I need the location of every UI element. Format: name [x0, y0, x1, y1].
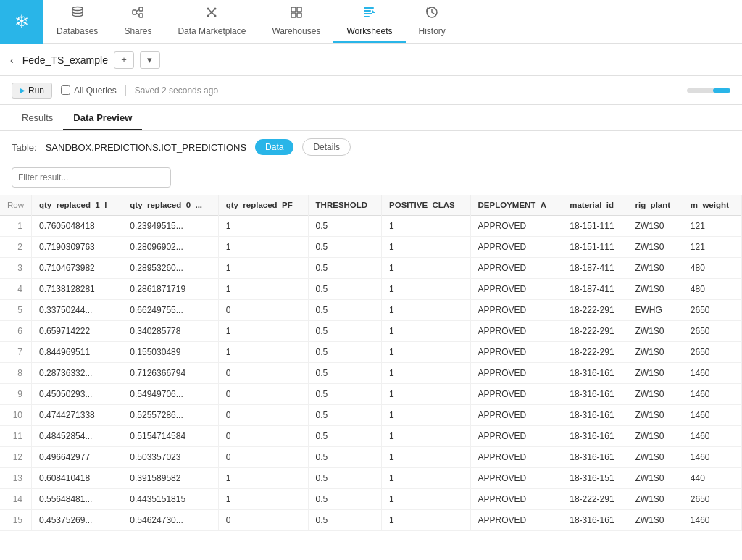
cell-qty_replaced_1: 0.33750244...: [32, 300, 122, 321]
cell-deployment_a: APPROVED: [470, 489, 562, 510]
cell-m_weight: 2650: [683, 489, 741, 510]
warehouses-icon: [289, 5, 304, 23]
cell-row: 13: [0, 468, 32, 489]
run-label: Run: [28, 85, 44, 96]
cell-material_id: 18-222-291: [562, 489, 628, 510]
nav-item-data-marketplace[interactable]: Data Marketplace: [164, 0, 259, 43]
table-row: 70.8449695110.15503048910.51APPROVED18-2…: [0, 342, 742, 363]
cell-qty_replaced_0: 0.23949515...: [122, 216, 218, 237]
cell-deployment_a: APPROVED: [470, 363, 562, 384]
table-row: 60.6597142220.34028577810.51APPROVED18-2…: [0, 321, 742, 342]
nav-label-history: History: [419, 26, 446, 36]
cell-rig_plant: ZW1S0: [628, 510, 683, 531]
cell-qty_replaced_0: 0.54624730...: [122, 510, 218, 531]
nav-item-databases[interactable]: Databases: [43, 0, 111, 43]
cell-qty_replaced_0: 0.2861871719: [122, 279, 218, 300]
cell-deployment_a: APPROVED: [470, 447, 562, 468]
table-row: 80.28736332...0.712636679400.51APPROVED1…: [0, 363, 742, 384]
cell-material_id: 18-316-161: [562, 363, 628, 384]
cell-material_id: 18-316-151: [562, 468, 628, 489]
filter-input[interactable]: [12, 167, 171, 188]
run-button[interactable]: ▶ Run: [12, 83, 52, 99]
nav-item-history[interactable]: History: [406, 0, 459, 43]
svg-marker-18: [372, 10, 375, 13]
col-header-m-weight: m_weight: [683, 195, 741, 216]
col-header-positive-clas: POSITIVE_CLAS: [382, 195, 470, 216]
sidebar-collapse-button[interactable]: ‹: [7, 53, 17, 67]
cell-rig_plant: ZW1S0: [628, 216, 683, 237]
cell-material_id: 18-316-161: [562, 426, 628, 447]
cell-qty_replaced_0: 0.54949706...: [122, 384, 218, 405]
cell-m_weight: 2650: [683, 321, 741, 342]
cell-material_id: 18-151-111: [562, 237, 628, 258]
table-header-row: Row qty_replaced_1_l qty_replaced_0_... …: [0, 195, 742, 216]
nav-item-worksheets[interactable]: Worksheets: [333, 0, 405, 43]
cell-threshold: 0.5: [308, 489, 381, 510]
table-row: 10.76050484180.23949515...10.51APPROVED1…: [0, 216, 742, 237]
svg-rect-14: [297, 7, 301, 12]
cell-rig_plant: ZW1S0: [628, 426, 683, 447]
data-table-wrapper[interactable]: Row qty_replaced_1_l qty_replaced_0_... …: [0, 195, 742, 560]
cell-rig_plant: EWHG: [628, 300, 683, 321]
cell-deployment_a: APPROVED: [470, 237, 562, 258]
all-queries-label: All Queries: [74, 85, 117, 96]
table-row: 120.4966429770.50335702300.51APPROVED18-…: [0, 447, 742, 468]
cell-material_id: 18-316-161: [562, 510, 628, 531]
cell-deployment_a: APPROVED: [470, 426, 562, 447]
svg-rect-17: [364, 7, 374, 9]
worksheet-title: Fede_TS_example: [22, 54, 108, 66]
cell-row: 3: [0, 258, 32, 279]
cell-qty_replaced_0: 0.340285778: [122, 321, 218, 342]
worksheet-dropdown-button[interactable]: ▾: [140, 51, 160, 69]
cell-threshold: 0.5: [308, 447, 381, 468]
tab-data-preview[interactable]: Data Preview: [63, 106, 142, 130]
cell-positive_clas: 1: [382, 468, 470, 489]
cell-material_id: 18-151-111: [562, 216, 628, 237]
table-row: 110.48452854...0.515471458400.51APPROVED…: [0, 426, 742, 447]
cell-material_id: 18-187-411: [562, 279, 628, 300]
svg-point-10: [207, 15, 209, 17]
col-header-threshold: THRESHOLD: [308, 195, 381, 216]
cell-positive_clas: 1: [382, 447, 470, 468]
svg-rect-3: [139, 14, 143, 17]
svg-point-0: [72, 7, 83, 11]
cell-deployment_a: APPROVED: [470, 300, 562, 321]
cell-positive_clas: 1: [382, 426, 470, 447]
cell-positive_clas: 1: [382, 321, 470, 342]
cell-qty_replaced_1: 0.608410418: [32, 468, 122, 489]
table-row: 20.71903097630.28096902...10.51APPROVED1…: [0, 237, 742, 258]
data-button[interactable]: Data: [255, 139, 293, 155]
tab-results[interactable]: Results: [12, 106, 63, 130]
databases-icon: [70, 5, 85, 23]
nav-item-warehouses[interactable]: Warehouses: [259, 0, 333, 43]
add-worksheet-button[interactable]: +: [114, 51, 134, 69]
cell-m_weight: 1460: [683, 384, 741, 405]
cell-qty_replaced_pf: 0: [218, 510, 308, 531]
scroll-indicator: [687, 88, 730, 93]
nav-label-worksheets: Worksheets: [346, 26, 392, 36]
toolbar-divider: [125, 85, 126, 96]
cell-positive_clas: 1: [382, 510, 470, 531]
cell-threshold: 0.5: [308, 363, 381, 384]
cell-qty_replaced_1: 0.4744271338: [32, 405, 122, 426]
cell-m_weight: 1460: [683, 426, 741, 447]
cell-material_id: 18-316-161: [562, 447, 628, 468]
cell-qty_replaced_0: 0.52557286...: [122, 405, 218, 426]
col-header-rig-plant: rig_plant: [628, 195, 683, 216]
all-queries-checkbox[interactable]: [61, 85, 70, 95]
nav-item-shares[interactable]: Shares: [111, 0, 164, 43]
cell-qty_replaced_1: 0.55648481...: [32, 489, 122, 510]
saved-status: Saved 2 seconds ago: [135, 85, 218, 96]
cell-rig_plant: ZW1S0: [628, 237, 683, 258]
details-button[interactable]: Details: [302, 138, 351, 156]
cell-m_weight: 2650: [683, 300, 741, 321]
cell-qty_replaced_1: 0.7138128281: [32, 279, 122, 300]
cell-rig_plant: ZW1S0: [628, 384, 683, 405]
data-marketplace-icon: [204, 5, 219, 23]
svg-rect-20: [364, 13, 372, 14]
cell-qty_replaced_pf: 0: [218, 426, 308, 447]
cell-deployment_a: APPROVED: [470, 468, 562, 489]
all-queries-checkbox-label[interactable]: All Queries: [61, 85, 117, 96]
cell-deployment_a: APPROVED: [470, 279, 562, 300]
cell-threshold: 0.5: [308, 426, 381, 447]
